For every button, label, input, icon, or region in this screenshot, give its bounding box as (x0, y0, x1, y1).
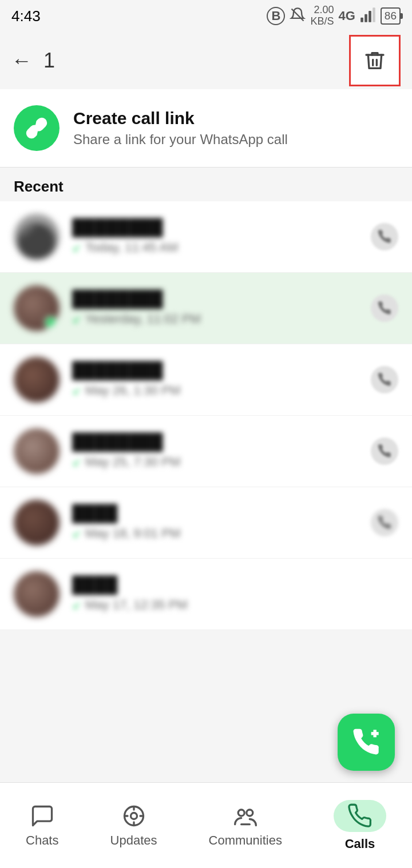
silent-icon (290, 7, 306, 26)
top-bar: ← 1 (0, 32, 412, 89)
svg-rect-3 (369, 11, 371, 22)
call-name: ████████ (72, 290, 358, 308)
bottom-nav: Chats Updates Communities (0, 782, 412, 868)
calls-icon-wrap (334, 800, 386, 832)
call-item[interactable]: ████ ↙ May 17, 12:35 PM (0, 559, 412, 630)
call-action-icon[interactable] (371, 366, 398, 393)
call-name: ████ (72, 576, 358, 594)
avatar (14, 357, 60, 403)
network-speed: 2.00KB/S (310, 5, 334, 27)
svg-point-8 (130, 813, 137, 819)
call-info: ████████ ↙ May 25, 7:30 PM (72, 433, 358, 469)
nav-calls[interactable]: Calls (322, 794, 398, 857)
chats-icon-wrap (30, 803, 55, 829)
call-info: ████████ ↙ Today, 11:45 AM (72, 218, 358, 255)
nav-calls-label: Calls (345, 837, 375, 851)
delete-button[interactable] (349, 35, 401, 86)
avatar (14, 285, 60, 331)
call-name: ████████ (72, 218, 358, 237)
avatar (14, 500, 60, 546)
call-action-icon[interactable] (371, 509, 398, 536)
signal-icon (360, 7, 376, 26)
avatar (14, 428, 60, 474)
call-action-icon[interactable] (371, 437, 398, 465)
svg-rect-2 (365, 14, 367, 22)
call-name: ████████ (72, 361, 358, 380)
recent-label: Recent (0, 168, 412, 201)
call-action-icon[interactable] (371, 294, 398, 322)
call-info: ████████ ↙ Yesterday, 11:02 PM (72, 290, 358, 327)
create-call-link[interactable]: Create call link Share a link for your W… (0, 89, 412, 168)
nav-chats[interactable]: Chats (14, 798, 70, 854)
call-item[interactable]: ████████ ↙ Yesterday, 11:02 PM (0, 273, 412, 344)
svg-rect-4 (373, 7, 375, 22)
call-action-icon[interactable] (371, 223, 398, 250)
b-icon: B (267, 7, 285, 25)
call-list: ⚫ ████████ ↙ Today, 11:45 AM ████████ ↙ … (0, 201, 412, 630)
call-name: ████ (72, 504, 358, 523)
nav-chats-label: Chats (26, 833, 58, 848)
call-info: ████ ↙ May 18, 9:01 PM (72, 504, 358, 541)
nav-communities[interactable]: Communities (197, 798, 294, 854)
call-detail: ↙ May 25, 7:30 PM (72, 455, 358, 469)
back-button[interactable]: ← (11, 49, 32, 73)
svg-point-13 (238, 810, 244, 816)
status-bar: 4:43 B 2.00KB/S 4G 86 (0, 0, 412, 32)
status-icons: B 2.00KB/S 4G 86 (267, 5, 401, 27)
status-time: 4:43 (11, 7, 41, 25)
call-link-subtitle: Share a link for your WhatsApp call (73, 132, 288, 148)
nav-updates-label: Updates (110, 833, 157, 848)
avatar (14, 571, 60, 617)
call-item[interactable]: ⚫ ████████ ↙ Today, 11:45 AM (0, 201, 412, 273)
battery-icon: 86 (381, 7, 401, 25)
network-type: 4G (339, 9, 355, 23)
call-info: ████ ↙ May 17, 12:35 PM (72, 576, 358, 612)
avatar: ⚫ (14, 214, 60, 260)
new-call-fab[interactable] (338, 714, 395, 771)
updates-icon-wrap (121, 803, 146, 829)
nav-communities-label: Communities (209, 833, 282, 848)
call-detail: ↙ May 17, 12:35 PM (72, 598, 358, 612)
call-link-icon (14, 105, 60, 151)
selection-count: 1 (43, 49, 349, 73)
call-info: ████████ ↙ May 26, 1:30 PM (72, 361, 358, 398)
communities-icon-wrap (233, 803, 258, 829)
svg-point-14 (247, 810, 253, 816)
call-link-text: Create call link Share a link for your W… (73, 109, 288, 148)
call-name: ████████ (72, 433, 358, 451)
avatar-badge (45, 316, 57, 329)
call-item[interactable]: ████ ↙ May 18, 9:01 PM (0, 487, 412, 559)
nav-updates[interactable]: Updates (99, 798, 169, 854)
svg-rect-1 (360, 17, 363, 22)
call-item[interactable]: ████████ ↙ May 25, 7:30 PM (0, 416, 412, 487)
call-link-title: Create call link (73, 109, 288, 128)
call-detail: ↙ Today, 11:45 AM (72, 240, 358, 255)
call-detail: ↙ May 18, 9:01 PM (72, 526, 358, 541)
call-detail: ↙ May 26, 1:30 PM (72, 383, 358, 398)
call-detail: ↙ Yesterday, 11:02 PM (72, 312, 358, 327)
call-item[interactable]: ████████ ↙ May 26, 1:30 PM (0, 344, 412, 416)
